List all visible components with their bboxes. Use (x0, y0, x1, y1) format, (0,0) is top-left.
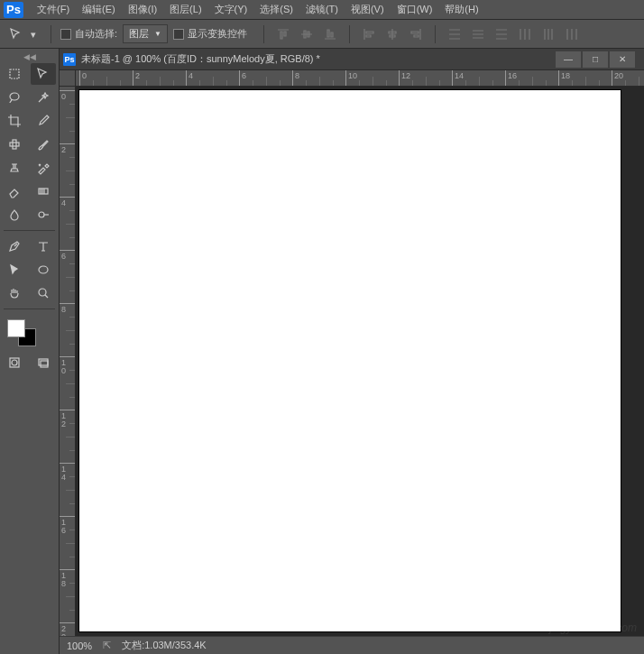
type-tool[interactable] (31, 235, 56, 257)
align-hcenter-icon[interactable] (382, 24, 402, 44)
quick-mask-tool[interactable] (2, 352, 27, 373)
marquee-tool[interactable] (2, 63, 27, 85)
zoom-level[interactable]: 100% (67, 640, 92, 651)
separator (349, 25, 350, 43)
svg-point-7 (39, 289, 46, 296)
svg-rect-3 (10, 143, 19, 146)
separator (51, 25, 51, 43)
spot-heal-tool[interactable] (2, 134, 27, 155)
shape-tool[interactable] (31, 259, 56, 281)
auto-select-label: 自动选择: (75, 27, 117, 41)
app-logo: Ps (4, 2, 23, 18)
menu-help[interactable]: 帮助(H) (438, 1, 484, 18)
distribute-bottom-icon[interactable] (492, 24, 511, 44)
tool-divider (4, 230, 55, 231)
pen-tool[interactable] (2, 235, 27, 257)
auto-select-target-dropdown[interactable]: 图层 ▼ (123, 24, 168, 43)
menu-edit[interactable]: 编辑(E) (76, 1, 122, 18)
crop-tool[interactable] (2, 110, 27, 132)
menu-select[interactable]: 选择(S) (253, 1, 299, 18)
svg-point-9 (12, 360, 17, 365)
main-area: ◀◀ (0, 49, 644, 654)
svg-rect-11 (41, 361, 48, 367)
dodge-tool[interactable] (31, 204, 56, 226)
menu-image[interactable]: 图像(I) (122, 1, 163, 18)
toolbar-collapse-icon[interactable]: ◀◀ (2, 52, 57, 61)
document-tab[interactable]: Ps 未标题-1 @ 100% (百度ID：sunnyMelody夏, RGB/… (60, 49, 644, 70)
history-brush-tool[interactable] (31, 157, 56, 179)
watermark: jingyan.baidu.com (549, 622, 637, 634)
separator (263, 25, 264, 43)
distribute-hcenter-icon[interactable] (538, 24, 558, 44)
tools-panel: ◀◀ (0, 49, 60, 654)
vertical-ruler[interactable]: 024681 01 21 41 61 82 0 (60, 87, 76, 636)
svg-rect-2 (13, 140, 16, 149)
distribute-vcenter-icon[interactable] (468, 24, 488, 44)
doc-size[interactable]: 文档:1.03M/353.4K (122, 639, 207, 652)
menu-filter[interactable]: 滤镜(T) (299, 1, 345, 18)
checkbox-box-icon (60, 29, 71, 40)
status-bar: 100% ⇱ 文档:1.03M/353.4K (60, 636, 644, 654)
minimize-button[interactable]: — (556, 51, 581, 68)
align-left-icon[interactable] (359, 24, 379, 44)
options-bar: ▾ 自动选择: 图层 ▼ 显示变换控件 (0, 20, 644, 49)
align-top-icon[interactable] (273, 24, 293, 44)
menu-view[interactable]: 视图(V) (345, 1, 391, 18)
doc-ps-icon: Ps (63, 53, 76, 66)
select-value: 图层 (129, 27, 149, 41)
gradient-tool[interactable] (31, 180, 56, 202)
menu-window[interactable]: 窗口(W) (391, 1, 439, 18)
close-button[interactable]: ✕ (610, 51, 635, 68)
distribute-left-icon[interactable] (515, 24, 535, 44)
magic-wand-tool[interactable] (31, 87, 56, 108)
canvas[interactable] (79, 90, 621, 631)
document-title: 未标题-1 @ 100% (百度ID：sunnyMelody夏, RGB/8) … (81, 52, 320, 66)
svg-rect-0 (10, 69, 19, 78)
menu-type[interactable]: 文字(Y) (208, 1, 254, 18)
auto-select-checkbox[interactable]: 自动选择: (60, 27, 117, 41)
tool-divider (4, 309, 55, 309)
show-transform-label: 显示变换控件 (188, 27, 247, 41)
eraser-tool[interactable] (2, 180, 27, 202)
clone-stamp-tool[interactable] (2, 157, 27, 179)
checkbox-box-icon (173, 29, 184, 40)
maximize-button[interactable]: □ (583, 51, 608, 68)
brush-tool[interactable] (31, 134, 56, 155)
tool-preset-dropdown[interactable]: ▾ (31, 29, 41, 40)
move-tool[interactable] (31, 63, 56, 85)
align-bottom-icon[interactable] (320, 24, 340, 44)
foreground-swatch[interactable] (7, 319, 25, 337)
show-transform-checkbox[interactable]: 显示变换控件 (173, 27, 247, 41)
distribute-right-icon[interactable] (562, 24, 582, 44)
svg-point-6 (39, 266, 48, 273)
canvas-viewport[interactable] (76, 87, 644, 636)
workspace: Ps 未标题-1 @ 100% (百度ID：sunnyMelody夏, RGB/… (60, 49, 644, 654)
ruler-origin[interactable] (60, 70, 76, 87)
menu-file[interactable]: 文件(F) (31, 1, 76, 18)
hand-tool[interactable] (2, 282, 27, 304)
align-vcenter-icon[interactable] (297, 24, 317, 44)
align-right-icon[interactable] (406, 24, 426, 44)
color-swatches[interactable] (4, 318, 55, 346)
zoom-tool[interactable] (31, 282, 56, 304)
eyedropper-tool[interactable] (31, 110, 56, 132)
path-select-tool[interactable] (2, 259, 27, 281)
menu-bar: Ps 文件(F) 编辑(E) 图像(I) 图层(L) 文字(Y) 选择(S) 滤… (0, 0, 644, 20)
menu-layer[interactable]: 图层(L) (163, 1, 207, 18)
distribute-top-icon[interactable] (445, 24, 465, 44)
horizontal-ruler[interactable]: 02468101214161820 (76, 70, 644, 87)
blur-tool[interactable] (2, 204, 27, 226)
svg-point-1 (10, 93, 19, 100)
svg-point-5 (39, 212, 44, 217)
share-icon[interactable]: ⇱ (103, 640, 111, 651)
separator (435, 25, 436, 43)
chevron-down-icon: ▼ (154, 30, 161, 38)
screen-mode-tool[interactable] (31, 352, 56, 373)
lasso-tool[interactable] (2, 87, 27, 108)
move-tool-icon (7, 25, 25, 43)
